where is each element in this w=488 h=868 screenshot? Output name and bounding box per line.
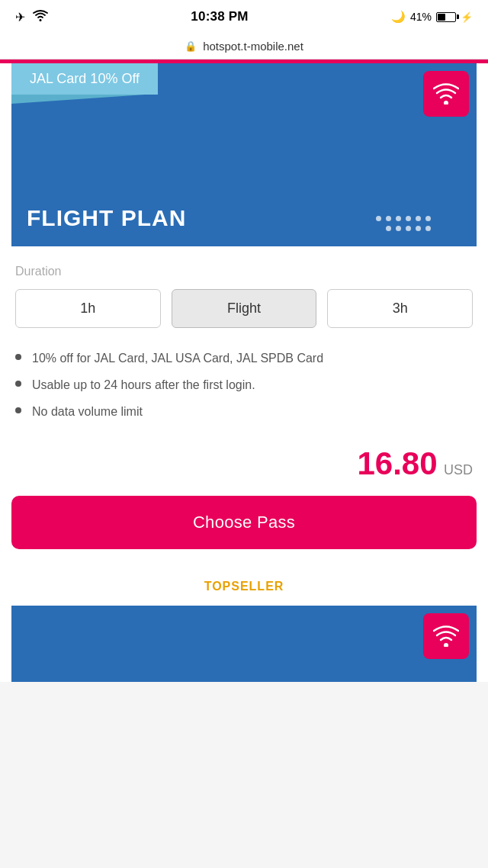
wifi-badge	[423, 71, 469, 117]
price-amount: 16.80	[357, 445, 437, 481]
topseller-label: TOPSELLER	[204, 580, 284, 593]
main-content: JAL Card 10% Off FLIGHT PLAN	[0, 63, 488, 682]
charging-icon: ⚡	[461, 11, 473, 23]
bottom-card	[11, 606, 477, 682]
dots-decoration	[370, 216, 431, 231]
bullet-icon-1	[15, 354, 21, 360]
topseller-section: TOPSELLER	[0, 567, 488, 606]
duration-buttons: 1h Flight 3h	[15, 289, 473, 328]
blue-banner: JAL Card 10% Off FLIGHT PLAN	[11, 63, 477, 246]
choose-pass-button[interactable]: Choose Pass	[11, 496, 477, 549]
url-text: hotspot.t-mobile.net	[203, 40, 303, 53]
battery-percent: 41%	[410, 11, 432, 23]
feature-item-1: 10% off for JAL Card, JAL USA Card, JAL …	[15, 349, 473, 367]
feature-text-1: 10% off for JAL Card, JAL USA Card, JAL …	[32, 349, 323, 367]
feature-item-3: No data volume limit	[15, 403, 473, 420]
bottom-card-wifi-badge	[423, 613, 469, 659]
duration-btn-3h[interactable]: 3h	[327, 289, 473, 328]
nav-bar: 🔒 hotspot.t-mobile.net	[0, 34, 488, 59]
banner-title: FLIGHT PLAN	[27, 205, 186, 231]
feature-text-2: Usable up to 24 hours after the first lo…	[32, 376, 255, 394]
svg-point-0	[40, 19, 42, 21]
promo-tag: JAL Card 10% Off	[11, 63, 158, 95]
choose-btn-wrap: Choose Pass	[0, 496, 488, 567]
duration-section: Duration 1h Flight 3h	[0, 246, 488, 336]
svg-point-2	[444, 643, 448, 647]
svg-point-1	[444, 101, 448, 104]
features-list: 10% off for JAL Card, JAL USA Card, JAL …	[0, 336, 488, 438]
duration-btn-1h[interactable]: 1h	[15, 289, 161, 328]
status-bar: ✈ 10:38 PM 🌙 41% ⚡	[0, 0, 488, 34]
duration-label: Duration	[15, 265, 473, 278]
flight-plan-card: JAL Card 10% Off FLIGHT PLAN	[0, 63, 488, 567]
bullet-icon-2	[15, 381, 21, 387]
lock-icon: 🔒	[185, 40, 197, 52]
duration-btn-flight[interactable]: Flight	[172, 289, 317, 328]
status-right: 🌙 41% ⚡	[391, 10, 473, 24]
status-time: 10:38 PM	[191, 9, 248, 24]
airplane-icon: ✈	[15, 10, 25, 24]
battery-icon	[436, 12, 456, 22]
price-section: 16.80 USD	[0, 438, 488, 496]
bullet-icon-3	[15, 407, 21, 413]
feature-item-2: Usable up to 24 hours after the first lo…	[15, 376, 473, 394]
price-currency: USD	[444, 462, 473, 477]
status-left-icons: ✈	[15, 10, 48, 24]
feature-text-3: No data volume limit	[32, 403, 143, 420]
wifi-status-icon	[33, 10, 48, 24]
moon-icon: 🌙	[391, 10, 406, 24]
